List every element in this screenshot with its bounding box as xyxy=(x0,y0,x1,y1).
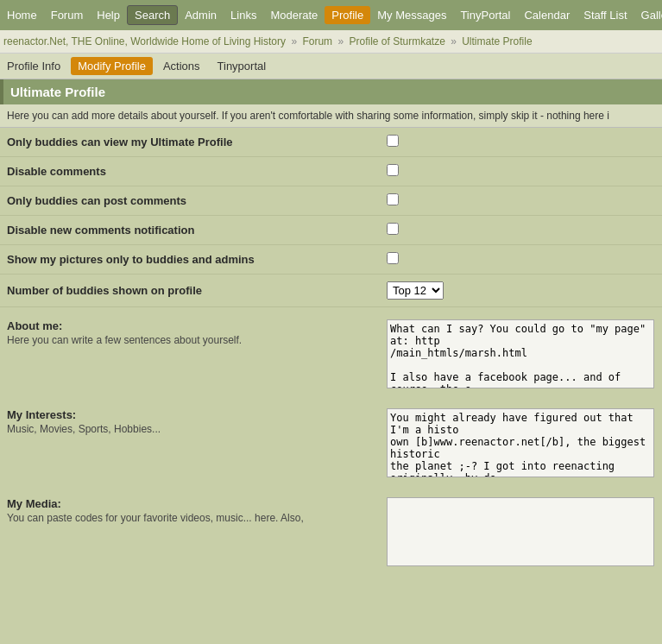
subnav-actions[interactable]: Actions xyxy=(156,57,207,75)
divider-interests xyxy=(0,396,662,403)
settings-table: Only buddies can view my Ultimate Profil… xyxy=(0,128,662,307)
breadcrumb: reenactor.Net, THE Online, Worldwide Hom… xyxy=(0,30,662,54)
setting-row-2: Only buddies can post comments xyxy=(0,186,662,216)
setting-row-buddies-count: Number of buddies shown on profile Top 4… xyxy=(0,275,662,307)
about-me-hint: Here you can write a few sentences about… xyxy=(7,334,373,346)
nav-search-button[interactable]: Search xyxy=(127,5,178,25)
info-bar: Here you can add more details about your… xyxy=(0,104,662,128)
breadcrumb-forum[interactable]: Forum xyxy=(302,35,332,47)
nav-gallery[interactable]: Gallery xyxy=(634,5,662,25)
media-section: My Media: You can paste codes for your f… xyxy=(0,492,662,574)
media-row: My Media: You can paste codes for your f… xyxy=(0,492,662,574)
top-navigation: Home Forum Help Search Admin Links Moder… xyxy=(0,0,662,30)
nav-links[interactable]: Links xyxy=(224,5,263,25)
page-title: Ultimate Profile xyxy=(0,79,662,104)
media-hint: You can paste codes for your favorite vi… xyxy=(7,512,373,524)
media-textarea[interactable] xyxy=(387,497,654,566)
about-me-textarea[interactable] xyxy=(387,319,654,388)
about-me-textarea-cell xyxy=(380,314,662,396)
divider-media xyxy=(0,485,662,492)
nav-tinyportal[interactable]: TinyPortal xyxy=(453,5,517,25)
media-textarea-cell xyxy=(380,492,662,574)
sub-navigation: Profile Info Modify Profile Actions Tiny… xyxy=(0,54,662,79)
setting-checkbox-buddies-view[interactable] xyxy=(387,135,399,147)
subnav-tinyportal[interactable]: Tinyportal xyxy=(211,57,274,75)
about-me-label: About me: xyxy=(7,319,373,332)
media-label-cell: My Media: You can paste codes for your f… xyxy=(0,492,380,574)
interests-textarea[interactable] xyxy=(387,408,654,477)
nav-moderate[interactable]: Moderate xyxy=(263,5,325,25)
about-me-label-cell: About me: Here you can write a few sente… xyxy=(0,314,380,396)
setting-checkbox-disable-comments[interactable] xyxy=(387,164,399,176)
breadcrumb-profile[interactable]: Profile of Sturmkatze xyxy=(349,35,444,47)
interests-label: My Interests: xyxy=(7,408,373,421)
nav-messages[interactable]: My Messages xyxy=(370,5,453,25)
nav-home[interactable]: Home xyxy=(0,5,44,25)
interests-hint: Music, Movies, Sports, Hobbies... xyxy=(7,423,373,435)
buddies-select[interactable]: Top 4 Top 8 Top 12 Top 16 Top 20 All xyxy=(387,281,444,300)
nav-forum[interactable]: Forum xyxy=(44,5,91,25)
about-me-row: About me: Here you can write a few sente… xyxy=(0,314,662,396)
media-label: My Media: xyxy=(7,497,373,510)
setting-row-3: Disable new comments notification xyxy=(0,216,662,245)
setting-label-buddies-count: Number of buddies shown on profile xyxy=(0,275,380,307)
interests-section: My Interests: Music, Movies, Sports, Hob… xyxy=(0,403,662,485)
subnav-profile-info[interactable]: Profile Info xyxy=(0,57,67,75)
setting-checkbox-disable-notification[interactable] xyxy=(387,223,399,235)
nav-profile-button[interactable]: Profile xyxy=(325,6,370,24)
nav-stafflist[interactable]: Staff List xyxy=(577,5,634,25)
setting-label-3: Disable new comments notification xyxy=(0,216,380,245)
interests-label-cell: My Interests: Music, Movies, Sports, Hob… xyxy=(0,403,380,485)
divider-about xyxy=(0,307,662,314)
setting-label-0: Only buddies can view my Ultimate Profil… xyxy=(0,128,380,157)
interests-row: My Interests: Music, Movies, Sports, Hob… xyxy=(0,403,662,485)
setting-label-4: Show my pictures only to buddies and adm… xyxy=(0,245,380,275)
subnav-modify-profile[interactable]: Modify Profile xyxy=(71,57,153,75)
breadcrumb-site[interactable]: reenactor.Net, THE Online, Worldwide Hom… xyxy=(3,35,286,47)
about-me-section: About me: Here you can write a few sente… xyxy=(0,314,662,396)
setting-row-4: Show my pictures only to buddies and adm… xyxy=(0,245,662,275)
nav-help[interactable]: Help xyxy=(90,5,127,25)
setting-checkbox-buddies-comments[interactable] xyxy=(387,193,399,205)
nav-calendar[interactable]: Calendar xyxy=(517,5,577,25)
setting-row-1: Disable comments xyxy=(0,157,662,186)
nav-admin[interactable]: Admin xyxy=(178,5,224,25)
setting-checkbox-pictures-buddies[interactable] xyxy=(387,252,399,264)
main-content: Only buddies can view my Ultimate Profil… xyxy=(0,128,662,574)
setting-row-0: Only buddies can view my Ultimate Profil… xyxy=(0,128,662,157)
setting-label-2: Only buddies can post comments xyxy=(0,186,380,216)
interests-textarea-cell xyxy=(380,403,662,485)
breadcrumb-ultimate[interactable]: Ultimate Profile xyxy=(462,35,532,47)
setting-label-1: Disable comments xyxy=(0,157,380,186)
